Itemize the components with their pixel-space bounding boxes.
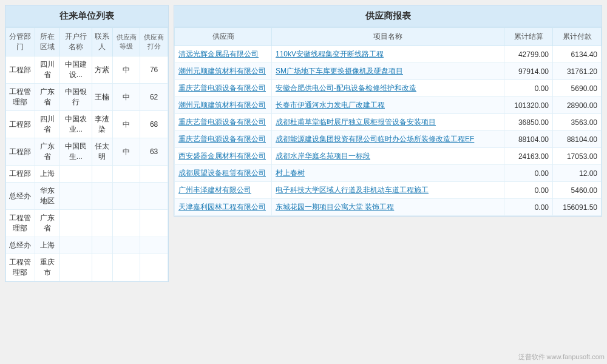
left-cell-1-1: 广东省 (35, 84, 59, 111)
right-supplier-8[interactable]: 广州丰泽建材有限公司 (175, 182, 272, 199)
table-row: 广州丰泽建材有限公司电子科技大学区域人行道及非机动车道工程施工0.005460.… (175, 182, 602, 199)
right-payment-0: 6134.40 (553, 46, 602, 63)
right-supplier-9[interactable]: 天津嘉利园林工程有限公司 (175, 199, 272, 216)
right-settlement-6: 24163.00 (504, 148, 553, 165)
right-project-6[interactable]: 成都水岸华庭名苑项目一标段 (272, 148, 504, 165)
right-supplier-4[interactable]: 重庆艺普电源设备有限公司 (175, 114, 272, 131)
table-row: 工程管理部广东省中国银行王楠中62 (6, 84, 168, 111)
right-settlement-8: 0.00 (504, 182, 553, 199)
left-cell-1-3: 王楠 (92, 84, 112, 111)
left-cell-7-1: 上海 (35, 237, 59, 254)
right-supplier-0[interactable]: 清远光辉金属品有限公司 (175, 46, 272, 63)
left-cell-4-3 (92, 166, 112, 183)
right-payment-5: 88104.00 (553, 131, 602, 148)
right-panel: 供应商报表 供应商 项目名称 累计结算 累计付款 清远光辉金属品有限公司110k… (174, 5, 602, 282)
table-row: 重庆艺普电源设备有限公司成都能源建设集团投资有限公司临时办公场所装修改造工程EF… (175, 131, 602, 148)
left-cell-8-0: 工程管理部 (6, 254, 35, 281)
left-cell-7-2 (60, 237, 92, 254)
right-project-9[interactable]: 东城花园一期项目公寓大堂 装饰工程 (272, 199, 504, 216)
left-cell-6-4 (113, 210, 140, 237)
right-project-0[interactable]: 110kV安徽线程集变开断线路工程 (272, 46, 504, 63)
right-project-5[interactable]: 成都能源建设集团投资有限公司临时办公场所装修改造工程EF (272, 131, 504, 148)
table-row: 工程部四川省中国农业...李渣染中68 (6, 111, 168, 138)
right-supplier-6[interactable]: 西安盛器金属材料有限公司 (175, 148, 272, 165)
table-row: 重庆艺普电源设备有限公司安徽合肥供电公司-配电设备检修维护和改造0.005690… (175, 80, 602, 97)
left-cell-5-0: 总经办 (6, 183, 35, 210)
left-cell-0-4: 中 (113, 56, 140, 84)
left-cell-2-0: 工程部 (6, 111, 35, 138)
right-settlement-2: 0.00 (504, 80, 553, 97)
right-project-8[interactable]: 电子科技大学区域人行道及非机动车道工程施工 (272, 182, 504, 199)
right-project-2[interactable]: 安徽合肥供电公司-配电设备检修维护和改造 (272, 80, 504, 97)
right-table-title: 供应商报表 (174, 5, 602, 27)
left-cell-8-1: 重庆市 (35, 254, 59, 281)
left-cell-2-3: 李渣染 (92, 111, 112, 138)
left-cell-8-4 (113, 254, 140, 281)
right-col-payment: 累计付款 (553, 28, 602, 46)
left-cell-1-0: 工程管理部 (6, 84, 35, 111)
left-cell-6-0: 工程管理部 (6, 210, 35, 237)
left-col-level: 供应商等级 (113, 28, 140, 56)
left-cell-3-1: 广东省 (35, 138, 59, 166)
table-row: 潮州元顺建筑材料有限公司SM广场地下车库更换摄像机及硬盘项目97914.0031… (175, 63, 602, 80)
right-project-7[interactable]: 村上春树 (272, 165, 504, 182)
right-settlement-5: 88104.00 (504, 131, 553, 148)
right-settlement-4: 36850.00 (504, 114, 553, 131)
left-cell-2-2: 中国农业... (60, 111, 92, 138)
right-project-4[interactable]: 成都杜甫草堂临时展厅独立展柜报管设备安装项目 (272, 114, 504, 131)
left-cell-3-2: 中国民生... (60, 138, 92, 166)
left-cell-1-2: 中国银行 (60, 84, 92, 111)
table-row: 工程管理部重庆市 (6, 254, 168, 281)
left-cell-0-2: 中国建设... (60, 56, 92, 84)
right-payment-2: 5690.00 (553, 80, 602, 97)
left-cell-5-4 (113, 183, 140, 210)
right-payment-7: 12.00 (553, 165, 602, 182)
right-project-3[interactable]: 长春市伊通河水力发电厂改建工程 (272, 97, 504, 114)
left-cell-3-5: 63 (140, 138, 168, 166)
left-cell-3-0: 工程部 (6, 138, 35, 166)
left-cell-5-3 (92, 183, 112, 210)
left-cell-6-1: 广东省 (35, 210, 59, 237)
left-cell-0-5: 76 (140, 56, 168, 84)
left-table-wrapper: 往来单位列表 分管部门 所在区域 开户行名称 联系人 供应商等级 供应商打分 工… (5, 5, 169, 282)
right-settlement-0: 42799.00 (504, 46, 553, 63)
right-col-project: 项目名称 (272, 28, 504, 46)
left-cell-2-1: 四川省 (35, 111, 59, 138)
right-supplier-3[interactable]: 潮州元顺建筑材料有限公司 (175, 97, 272, 114)
left-cell-6-5 (140, 210, 168, 237)
watermark: 泛普软件 www.fanpusoft.com (518, 352, 605, 362)
right-settlement-9: 0.00 (504, 199, 553, 216)
right-payment-4: 3563.00 (553, 114, 602, 131)
table-row: 工程部四川省中国建设...方紫中76 (6, 56, 168, 84)
left-panel: 往来单位列表 分管部门 所在区域 开户行名称 联系人 供应商等级 供应商打分 工… (5, 5, 169, 282)
right-table-header-row: 供应商 项目名称 累计结算 累计付款 (175, 28, 602, 46)
left-cell-6-2 (60, 210, 92, 237)
right-payment-8: 5460.00 (553, 182, 602, 199)
right-payment-6: 17053.00 (553, 148, 602, 165)
right-settlement-1: 97914.00 (504, 63, 553, 80)
left-cell-4-2 (60, 166, 92, 183)
right-col-settlement: 累计结算 (504, 28, 553, 46)
right-supplier-1[interactable]: 潮州元顺建筑材料有限公司 (175, 63, 272, 80)
right-supplier-5[interactable]: 重庆艺普电源设备有限公司 (175, 131, 272, 148)
left-cell-0-0: 工程部 (6, 56, 35, 84)
left-table-title: 往来单位列表 (5, 5, 168, 27)
right-supplier-7[interactable]: 成都展望设备租赁有限公司 (175, 165, 272, 182)
right-payment-3: 28900.00 (553, 97, 602, 114)
left-cell-3-3: 任太明 (92, 138, 112, 166)
left-cell-4-4 (113, 166, 140, 183)
left-cell-3-4: 中 (113, 138, 140, 166)
left-cell-4-0: 工程部 (6, 166, 35, 183)
table-row: 西安盛器金属材料有限公司成都水岸华庭名苑项目一标段24163.0017053.0… (175, 148, 602, 165)
left-cell-5-5 (140, 183, 168, 210)
left-cell-7-3 (92, 237, 112, 254)
left-col-bank: 开户行名称 (60, 28, 92, 56)
right-settlement-3: 101320.00 (504, 97, 553, 114)
right-supplier-2[interactable]: 重庆艺普电源设备有限公司 (175, 80, 272, 97)
right-settlement-7: 0.00 (504, 165, 553, 182)
left-col-score: 供应商打分 (140, 28, 168, 56)
right-project-1[interactable]: SM广场地下车库更换摄像机及硬盘项目 (272, 63, 504, 80)
table-row: 工程管理部广东省 (6, 210, 168, 237)
table-row: 总经办华东地区 (6, 183, 168, 210)
right-table-body: 清远光辉金属品有限公司110kV安徽线程集变开断线路工程42799.006134… (175, 46, 602, 216)
